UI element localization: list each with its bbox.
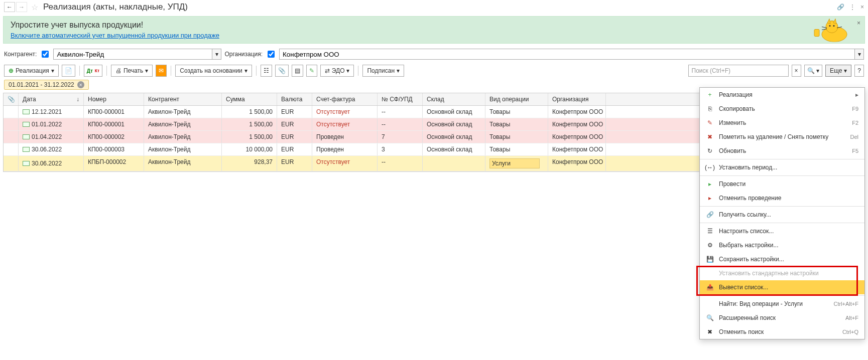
cell-sum: 1 500,00 (222, 118, 277, 130)
org-input[interactable] (279, 49, 855, 60)
favorite-star-icon[interactable]: ☆ (31, 3, 38, 12)
counterparty-checkbox[interactable] (42, 51, 49, 58)
sort-down-icon: ↓ (76, 96, 79, 103)
cell-num: КП00-000002 (84, 131, 144, 143)
col-num[interactable]: Номер (84, 93, 144, 105)
cell-date: 30.06.2022 (19, 156, 84, 171)
menu-item[interactable]: +Реализация (700, 88, 864, 102)
cell-counterparty: Аквилон-Трейд (144, 143, 222, 155)
copy-doc-button[interactable]: 📄 (62, 65, 75, 77)
cell-organization: Конфетпром ООО (548, 156, 606, 171)
nav-forward-button[interactable]: → (16, 2, 27, 12)
col-sum[interactable]: Сумма (222, 93, 277, 105)
menu-item[interactable]: ⎘СкопироватьF9 (700, 102, 864, 116)
cell-invoice: Отсутствует (312, 118, 378, 130)
cell-sum: 928,37 (222, 156, 277, 171)
nav-back-button[interactable]: ← (4, 2, 15, 12)
svg-point-5 (833, 25, 835, 27)
counterparty-dropdown-button[interactable]: ▾ (212, 49, 221, 60)
cell-warehouse: Основной склад (423, 118, 485, 130)
org-label: Организация: (224, 51, 263, 58)
close-icon[interactable]: × (860, 4, 864, 11)
dtkt-button[interactable]: ДтКт (84, 65, 102, 77)
cell-sum: 1 500,00 (222, 131, 277, 143)
edo-button[interactable]: ⇄ ЭДО ▾ (320, 65, 354, 77)
cell-date: 12.12.2021 (19, 106, 84, 118)
date-range-chip[interactable]: 01.01.2021 - 31.12.2022 × (4, 80, 89, 90)
cell-num: КП00-000003 (84, 143, 144, 155)
cell-num: КП00-000001 (84, 106, 144, 118)
menu-item-label: Обновить (719, 147, 746, 154)
print-button[interactable]: 🖨 Печать ▾ (111, 65, 153, 77)
link-icon[interactable]: 🔗 (837, 4, 844, 11)
search-button[interactable]: 🔍 ▾ (804, 65, 822, 77)
cell-sum: 1 500,00 (222, 106, 277, 118)
cell-date: 01.01.2022 (19, 118, 84, 130)
col-attach-icon[interactable]: 📎 (4, 93, 19, 105)
registry-button[interactable]: ☷ (261, 65, 272, 77)
menu-item-label: Установить период... (719, 164, 777, 171)
cell-counterparty: Аквилон-Трейд (144, 156, 222, 171)
org-dropdown-button[interactable]: ▾ (855, 49, 864, 60)
chip-close-icon[interactable]: × (77, 81, 84, 88)
attach-button[interactable]: 📎 (275, 65, 289, 77)
col-warehouse[interactable]: Склад (423, 93, 485, 105)
document-icon (23, 134, 30, 139)
kebab-icon[interactable]: ⋮ (849, 4, 855, 11)
promo-mascot-icon (809, 17, 849, 43)
menu-item-shortcut: F5 (852, 148, 858, 154)
col-date[interactable]: Дата↓ (19, 93, 84, 105)
menu-item-icon: (↔) (706, 163, 714, 171)
cell-warehouse (423, 156, 485, 171)
col-counterparty[interactable]: Контрагент (144, 93, 222, 105)
search-clear-button[interactable]: × (792, 65, 801, 77)
menu-item-label: Скопировать (719, 105, 755, 112)
document-icon (23, 161, 30, 166)
menu-item-shortcut: Del (850, 134, 858, 140)
svg-point-4 (829, 25, 831, 27)
cell-invoice-num: -- (378, 118, 423, 130)
org-checkbox[interactable] (268, 51, 275, 58)
menu-item[interactable]: ✎ИзменитьF2 (700, 116, 864, 130)
create-sale-button[interactable]: ⊕Реализация ▾ (4, 65, 59, 77)
cell-invoice: Проведен (312, 131, 378, 143)
mail-button[interactable]: ✉ (156, 65, 167, 77)
cell-date: 01.04.2022 (19, 131, 84, 143)
document-icon (23, 122, 30, 127)
cell-operation: Товары (485, 131, 548, 143)
sign-button[interactable]: ✎ (306, 65, 317, 77)
cell-currency: EUR (277, 143, 312, 155)
cell-organization: Конфетпром ООО (548, 143, 606, 155)
cell-currency: EUR (277, 131, 312, 143)
promo-title: Упростите учет выпуска продукции! (11, 21, 857, 30)
menu-item-icon: ✎ (706, 119, 714, 127)
menu-item[interactable]: ↻ОбновитьF5 (700, 144, 864, 158)
list-button[interactable]: ▤ (292, 65, 303, 77)
cell-organization: Конфетпром ООО (548, 106, 606, 118)
help-button[interactable]: ? (854, 65, 864, 77)
col-operation[interactable]: Вид операции (485, 93, 548, 105)
menu-item-icon: + (706, 91, 714, 99)
promo-link[interactable]: Включите автоматический учет выпущенной … (11, 32, 219, 39)
cell-counterparty: Аквилон-Трейд (144, 118, 222, 130)
create-based-button[interactable]: Создать на основании ▾ (175, 65, 252, 77)
svg-marker-2 (827, 19, 830, 24)
search-input[interactable]: Поиск (Ctrl+F) (688, 65, 789, 77)
menu-item-icon: ✖ (706, 133, 714, 141)
promo-close-icon[interactable]: × (857, 20, 860, 27)
col-currency[interactable]: Валюта (277, 93, 312, 105)
menu-item[interactable]: (↔)Установить период... (700, 160, 864, 172)
more-button[interactable]: Еще ▾ (825, 65, 851, 77)
menu-item-label: Пометить на удаление / Снять пометку (719, 133, 828, 140)
cell-operation: Товары (485, 143, 548, 155)
counterparty-input[interactable] (53, 49, 212, 60)
col-invoice-num[interactable]: № СФ/УПД (378, 93, 423, 105)
menu-item-label: Изменить (719, 119, 746, 126)
menu-item-icon: ⎘ (706, 105, 714, 113)
menu-item[interactable]: ✖Пометить на удаление / Снять пометкуDel (700, 130, 864, 144)
signed-button[interactable]: Подписан ▾ (362, 65, 404, 77)
col-invoice[interactable]: Счет-фактура (312, 93, 378, 105)
col-organization[interactable]: Организация (548, 93, 606, 105)
promo-banner: Упростите учет выпуска продукции! Включи… (3, 16, 865, 44)
cell-warehouse: Основной склад (423, 143, 485, 155)
